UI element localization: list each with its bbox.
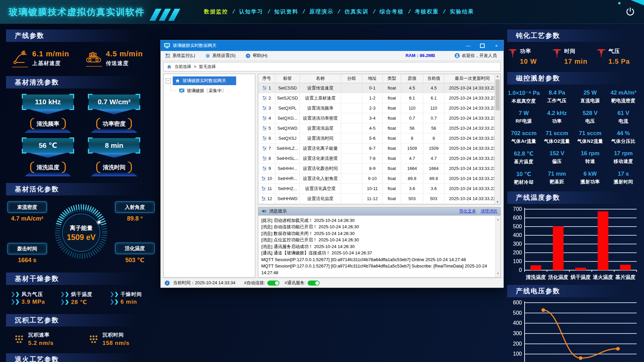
sputtering-label: 气体Ar流量	[507, 138, 540, 144]
power-button[interactable]	[625, 7, 635, 17]
sputtering-value: 17 rpm	[607, 150, 640, 157]
production-text: 6.1 m/min上基材速度	[32, 50, 69, 67]
production-value: 6.1 m/min	[32, 50, 69, 58]
message-line: [消息] 数据存储功能关闭！ 2025-10-24 14:26:30	[261, 230, 492, 237]
table-row[interactable]: 7SetHHLZ...设置活化离子能量6-7float150915092025-…	[258, 143, 500, 154]
table-row[interactable]: 4SetQXG...设置清洗功率密度3-4float0.70.72025-10-…	[258, 113, 500, 123]
section-title-activation: 基材活化参数	[6, 183, 156, 195]
tree-child-label: 玻璃镀膜〔采集中〕	[187, 88, 226, 94]
table-scrollbar-thumb[interactable]	[495, 79, 500, 110]
sputtering-value: 17 s	[607, 171, 640, 177]
table-row[interactable]: 9SetHHH...设置活化轰击时间8-9float166416642025-1…	[258, 164, 500, 174]
message-scrollbar[interactable]: ▲▼	[495, 216, 500, 278]
svg-text:400: 400	[513, 232, 522, 238]
tree-root-node[interactable]: 玻璃镀膜实时数据网关	[173, 76, 236, 85]
table-cell: 3-4	[362, 113, 383, 123]
sputtering-cell: 17 rpm移动速度	[607, 150, 640, 165]
table-cell	[341, 103, 362, 113]
toggle-switch[interactable]	[267, 281, 279, 286]
toggle-switch[interactable]	[308, 281, 320, 286]
table-row[interactable]: 5SetQXWD设置清洗温度4-5float56562025-10-24 14:…	[258, 123, 500, 133]
sputtering-cell: 17 s溅射时间	[607, 171, 640, 185]
deposition-item: 沉积速率5.2 nm/s	[7, 332, 81, 347]
passivation-label: 功率	[520, 48, 537, 55]
menu-item-3[interactable]: ?帮助(H)	[246, 53, 267, 59]
ram-usage: RAM：86.2MB	[406, 53, 435, 59]
nav-item-6[interactable]: 综合考核	[380, 8, 404, 15]
table-row[interactable]: 10SetHHR...设置活化入射角度9-10float89.889.82025…	[258, 174, 500, 184]
tree-child-node[interactable]: 玻璃镀膜〔采集中〕	[179, 86, 255, 96]
table-row[interactable]: 2SetSJCSD设置上基材速度1-2float6.16.12025-10-24…	[258, 93, 500, 103]
table-cell: 110	[401, 103, 423, 113]
table-cell: 4	[258, 113, 275, 123]
table-cell: float	[383, 164, 401, 173]
sputtering-label: 溅射功率	[574, 179, 607, 185]
message-link[interactable]: 清理消息	[481, 208, 497, 214]
nav-item-7[interactable]: 考核权重	[415, 8, 439, 15]
activation-label-pill: 活化温度	[115, 243, 155, 254]
sputtering-value: 44 %	[607, 130, 640, 137]
chevron-icon	[16, 292, 19, 297]
table-cell: float	[383, 174, 401, 183]
table-cell: 设置清洗功率密度	[300, 113, 341, 123]
column-header: 当前值	[423, 74, 444, 83]
nav-item-5[interactable]: 仿真实训	[344, 8, 369, 15]
table-row[interactable]: 3SetQXPL设置清洗频率2-3float1101102025-10-24 1…	[258, 103, 500, 113]
corner-bracket-icon	[22, 137, 26, 142]
menu-item-1[interactable]: 系统监控(L)	[165, 53, 195, 59]
tile-arrow-icon	[30, 109, 66, 114]
nav-item-8[interactable]: 实验结果	[450, 8, 474, 15]
bracket-right-icon	[128, 162, 132, 173]
table-row[interactable]: 11SetHHZ...设置活化真空度10-11float3.63.62025-1…	[258, 184, 500, 194]
nav-item-3[interactable]: 知识资料	[274, 8, 298, 15]
activation-right-column: 入射角度89.8 °活化温度503 ℃	[114, 201, 155, 264]
table-row[interactable]: 12SetHHWD设置活化温度11-12float5035032025-10-2…	[258, 194, 500, 204]
table-cell: 8-9	[362, 164, 383, 173]
window-titlebar[interactable]: 玻璃镀膜实时数据网关 —×	[161, 40, 503, 51]
bracket-right-icon	[128, 118, 132, 129]
sputtering-cell: 8.4 Pa工作气压	[540, 89, 574, 104]
table-cell: 10	[258, 174, 275, 183]
svg-text:500: 500	[513, 310, 522, 316]
tile-label: 功率密度	[96, 117, 132, 131]
table-cell: 2025-10-24 14:33:33.23	[444, 174, 500, 183]
close-button[interactable]: ×	[489, 40, 503, 51]
tile-label: 清洗时间	[96, 161, 132, 174]
nav-item-1[interactable]: 数据监控	[204, 8, 228, 15]
sputtering-label: 移动速度	[607, 159, 640, 165]
section-title-passivation: 钝化工艺参数	[507, 29, 640, 42]
info-icon: i	[165, 281, 170, 286]
message-link[interactable]: 导出文本	[459, 208, 476, 214]
table-row[interactable]: 8SetHHSL...设置活化束流密度7-8float4.74.72025-10…	[258, 154, 500, 164]
sputtering-cell: 61 V电流	[607, 110, 640, 124]
breadcrumb-current[interactable]: 当前选择	[174, 64, 191, 70]
robot-arm-icon	[12, 49, 28, 67]
table-cell: 4.5	[401, 83, 423, 93]
menu-item-2[interactable]: 系统设置(S)	[205, 53, 235, 59]
power-icon	[625, 7, 635, 17]
table-cell: 7	[258, 143, 275, 153]
minimize-button[interactable]: —	[461, 40, 475, 51]
sliders-icon	[262, 96, 267, 101]
tile-arrow-icon	[96, 153, 132, 158]
status-toggle-label: #通讯服务:	[285, 280, 306, 286]
table-row[interactable]: 1SetCSSD设置传送速度0-1float4.54.52025-10-24 1…	[258, 83, 500, 93]
activation-value: 89.8 °	[115, 215, 155, 222]
tree-collapse-icon[interactable]: −	[166, 78, 171, 83]
maximize-button[interactable]	[475, 40, 489, 51]
svg-text:600: 600	[513, 215, 522, 221]
sputtering-label: 靶电流密度	[607, 98, 640, 104]
nav-item-2[interactable]: 认知学习	[239, 8, 263, 15]
nav-separator: /	[372, 8, 376, 15]
tile-value: 56 ℃	[22, 138, 73, 153]
table-cell: 3.6	[401, 184, 423, 193]
nav-item-4[interactable]: 原理演示	[309, 8, 333, 15]
table-row[interactable]: 6SetQXSJ设置清洗时间5-6float882025-10-24 14:33…	[258, 133, 500, 143]
table-cell: 56	[423, 123, 444, 133]
minimize-icon: —	[466, 43, 471, 48]
drying-row: 风力气压3.9 MPa烘干温度28 ℃干燥时间6 min	[6, 285, 156, 314]
table-cell	[341, 133, 362, 143]
drying-label: 干燥时间	[120, 291, 142, 298]
bracket-right-icon	[62, 162, 66, 173]
table-cell: 2	[258, 93, 275, 103]
